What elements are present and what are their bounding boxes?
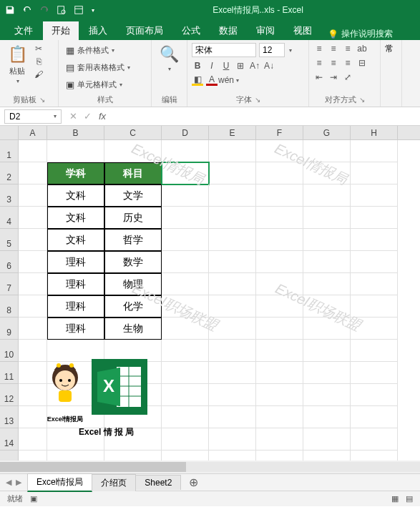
cell[interactable]: [19, 207, 47, 229]
row-header[interactable]: 7: [0, 273, 19, 295]
open-icon[interactable]: [73, 4, 84, 16]
cell[interactable]: [256, 162, 303, 184]
cell[interactable]: [351, 295, 398, 317]
row-header[interactable]: 3: [0, 184, 19, 207]
cell[interactable]: [303, 295, 351, 317]
row-header[interactable]: 8: [0, 295, 19, 317]
cell[interactable]: [351, 229, 398, 251]
undo-icon[interactable]: [21, 4, 33, 16]
cell[interactable]: [303, 428, 351, 451]
row-header[interactable]: 5: [0, 229, 19, 251]
column-header[interactable]: G: [303, 126, 351, 139]
column-header[interactable]: F: [256, 126, 303, 139]
cell[interactable]: 学科: [47, 162, 104, 184]
cell[interactable]: [19, 184, 47, 207]
cut-icon[interactable]: ✂: [33, 43, 44, 54]
cell[interactable]: [162, 207, 209, 229]
cell[interactable]: [303, 340, 351, 362]
cell[interactable]: [256, 229, 303, 251]
cell[interactable]: [303, 207, 351, 229]
copy-icon[interactable]: ⎘: [33, 56, 44, 67]
cell[interactable]: [162, 317, 209, 340]
cell[interactable]: [256, 340, 303, 362]
cancel-input-icon[interactable]: ✕: [66, 111, 80, 122]
cell[interactable]: [351, 251, 398, 273]
cell[interactable]: [209, 406, 256, 428]
cell[interactable]: [19, 428, 47, 451]
cell[interactable]: [19, 140, 47, 162]
italic-button[interactable]: I: [206, 60, 218, 72]
cell[interactable]: [19, 340, 47, 362]
cell[interactable]: 历史: [104, 207, 162, 229]
cell[interactable]: [209, 295, 256, 317]
cell[interactable]: [256, 184, 303, 207]
row-header[interactable]: 12: [0, 384, 19, 406]
cell[interactable]: [209, 273, 256, 295]
cell[interactable]: [162, 251, 209, 273]
cell[interactable]: [47, 140, 104, 162]
cell[interactable]: 物理: [104, 273, 162, 295]
alignment-launcher-icon[interactable]: ↘: [359, 96, 365, 104]
name-box[interactable]: D2 ▾: [4, 109, 62, 124]
cell[interactable]: [303, 162, 351, 184]
cell[interactable]: [209, 140, 256, 162]
cell[interactable]: [19, 317, 47, 340]
print-preview-icon[interactable]: [56, 4, 67, 16]
cell[interactable]: [209, 384, 256, 406]
cell[interactable]: [19, 384, 47, 406]
cell[interactable]: [19, 251, 47, 273]
increase-font-button[interactable]: A↑: [249, 60, 260, 72]
decrease-indent-icon[interactable]: ⇤: [313, 72, 325, 83]
cell[interactable]: 理科: [47, 273, 104, 295]
cell[interactable]: [162, 229, 209, 251]
cell[interactable]: 文科: [47, 229, 104, 251]
row-header[interactable]: 2: [0, 162, 19, 184]
cell[interactable]: [351, 317, 398, 340]
confirm-input-icon[interactable]: ✓: [80, 111, 94, 122]
cell[interactable]: [162, 362, 209, 384]
row-header[interactable]: 11: [0, 362, 19, 384]
cell[interactable]: [351, 207, 398, 229]
cell[interactable]: 文科: [47, 184, 104, 207]
cell[interactable]: 化学: [104, 295, 162, 317]
column-header[interactable]: E: [209, 126, 256, 139]
tab-home[interactable]: 开始: [43, 21, 79, 40]
cell[interactable]: 理科: [47, 317, 104, 340]
cell[interactable]: [256, 273, 303, 295]
cell[interactable]: [19, 229, 47, 251]
cell[interactable]: [209, 207, 256, 229]
cell[interactable]: [303, 184, 351, 207]
sheet-tab[interactable]: Sheet2: [135, 475, 181, 490]
cell[interactable]: [303, 362, 351, 384]
align-middle-icon[interactable]: ≡: [328, 43, 339, 54]
scrollbar-thumb[interactable]: [0, 462, 186, 472]
cell[interactable]: [162, 428, 209, 451]
cell[interactable]: [256, 295, 303, 317]
macro-record-icon[interactable]: ▣: [30, 494, 37, 503]
cell[interactable]: [162, 184, 209, 207]
column-header[interactable]: B: [47, 126, 104, 139]
row-header[interactable]: 9: [0, 317, 19, 340]
tab-view[interactable]: 视图: [285, 21, 321, 40]
fill-color-button[interactable]: ◧: [192, 74, 203, 86]
format-as-table-button[interactable]: ▤套用表格格式▾: [63, 60, 132, 74]
tab-file[interactable]: 文件: [6, 21, 41, 40]
prev-sheet-icon[interactable]: ◀: [6, 478, 11, 487]
row-header[interactable]: 13: [0, 406, 19, 428]
cell[interactable]: [162, 340, 209, 362]
cell[interactable]: [351, 184, 398, 207]
fx-icon[interactable]: fx: [94, 111, 110, 122]
cell[interactable]: [209, 229, 256, 251]
border-button[interactable]: ⊞: [235, 60, 246, 72]
cell[interactable]: [303, 384, 351, 406]
cell[interactable]: [303, 229, 351, 251]
row-header[interactable]: 14: [0, 428, 19, 451]
cell[interactable]: 生物: [104, 317, 162, 340]
cell[interactable]: [162, 162, 209, 184]
cell[interactable]: [351, 428, 398, 451]
cell[interactable]: [256, 207, 303, 229]
tell-me-search[interactable]: 💡 操作说明搜索: [328, 28, 393, 40]
tab-insert[interactable]: 插入: [80, 21, 116, 40]
cell[interactable]: 科目: [104, 162, 162, 184]
font-name-input[interactable]: [192, 43, 256, 57]
